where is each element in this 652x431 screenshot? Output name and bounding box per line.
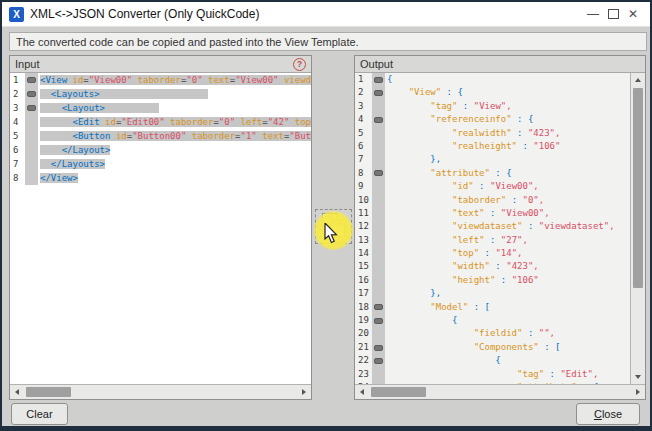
code-line[interactable]: 22 { (355, 354, 630, 367)
output-hscroll-thumb[interactable] (371, 387, 426, 397)
code-line[interactable]: 8</View> (10, 171, 311, 185)
line-number: 4 (355, 113, 372, 126)
code-text: "referenceinfo" : { (385, 113, 630, 126)
fold-margin (372, 368, 385, 381)
code-line[interactable]: 15 "width" : "423", (355, 260, 630, 273)
input-panel: Input ? 1<View id="View00" taborder="0" … (9, 55, 312, 400)
fold-margin (372, 113, 385, 126)
code-text: "width" : "423", (385, 260, 630, 273)
output-vertical-scrollbar[interactable] (630, 73, 645, 384)
output-vscroll-thumb[interactable] (633, 88, 643, 288)
window-controls: — ✕ (583, 4, 643, 24)
fold-marker-icon[interactable] (27, 105, 36, 111)
arrow-down-icon (635, 375, 641, 379)
code-line[interactable]: 1{ (355, 73, 630, 86)
fold-marker-icon[interactable] (374, 90, 383, 96)
line-number: 5 (10, 129, 25, 143)
scroll-up-button[interactable] (631, 73, 644, 87)
code-line[interactable]: 5 "realwidth" : "423", (355, 127, 630, 140)
code-text: "height" : "106" (385, 274, 630, 287)
code-line[interactable]: 4 "referenceinfo" : { (355, 113, 630, 126)
fold-marker-icon[interactable] (374, 77, 383, 83)
code-line[interactable]: 10 "taborder" : "0", (355, 194, 630, 207)
code-line[interactable]: 2 "View" : { (355, 86, 630, 99)
input-hscroll-thumb[interactable] (26, 387, 71, 397)
code-line[interactable]: 6 </Layout> (10, 143, 311, 157)
xml-json-converter-dialog: X XML<->JSON Converter (Only QuickCode) … (0, 0, 652, 431)
fold-marker-icon[interactable] (27, 77, 36, 83)
code-line[interactable]: 18 "Model" : [ (355, 301, 630, 314)
output-code-editor[interactable]: 1{2 "View" : {3 "tag" : "View",4 "refere… (355, 73, 630, 384)
code-line[interactable]: 7 </Layouts> (10, 157, 311, 171)
fold-margin (25, 87, 38, 101)
line-number: 18 (355, 301, 372, 314)
fold-marker-icon[interactable] (374, 318, 383, 324)
input-code-editor[interactable]: 1<View id="View00" taborder="0" text="Vi… (10, 73, 311, 384)
code-text: "top" : "14", (385, 247, 630, 260)
line-number: 23 (355, 368, 372, 381)
close-window-button[interactable]: ✕ (623, 4, 643, 24)
fold-margin (372, 260, 385, 273)
fold-margin (372, 207, 385, 220)
line-number: 9 (355, 180, 372, 193)
code-text: }, (385, 153, 630, 166)
scroll-left-button[interactable] (10, 385, 24, 399)
code-line[interactable]: 7 }, (355, 153, 630, 166)
help-icon[interactable]: ? (293, 58, 306, 71)
code-line[interactable]: 19 { (355, 314, 630, 327)
code-line[interactable]: 23 "tag" : "Edit", (355, 368, 630, 381)
code-line[interactable]: 5 <Button id="Button00" taborder="1" tex… (10, 129, 311, 143)
fold-marker-icon[interactable] (27, 91, 36, 97)
line-number: 20 (355, 327, 372, 340)
arrow-up-icon (635, 78, 641, 82)
fold-marker-icon[interactable] (374, 345, 383, 351)
code-text: "attribute" : { (385, 167, 630, 180)
code-line[interactable]: 4 <Edit id="Edit00" taborder="0" left="4… (10, 115, 311, 129)
code-line[interactable]: 8 "attribute" : { (355, 167, 630, 180)
output-panel-title: Output (360, 58, 393, 70)
scroll-down-button[interactable] (631, 370, 644, 384)
code-line[interactable]: 11 "text" : "View00", (355, 207, 630, 220)
code-text: <View id="View00" taborder="0" text="Vie… (38, 73, 311, 87)
code-line[interactable]: 9 "id" : "View00", (355, 180, 630, 193)
line-number: 2 (355, 86, 372, 99)
arrow-right-icon (636, 389, 640, 395)
code-line[interactable]: 3 "tag" : "View", (355, 100, 630, 113)
code-line[interactable]: 2 <Layouts> (10, 87, 311, 101)
line-number: 4 (10, 115, 25, 129)
line-number: 10 (355, 194, 372, 207)
code-text: </Layouts> (38, 157, 311, 171)
maximize-button[interactable] (603, 4, 623, 24)
code-line[interactable]: 17 }, (355, 287, 630, 300)
fold-margin (372, 100, 385, 113)
arrow-right-icon (302, 389, 306, 395)
fold-marker-icon[interactable] (374, 304, 383, 310)
code-line[interactable]: 21 "Components" : [ (355, 341, 630, 354)
clear-button[interactable]: Clear (11, 403, 68, 425)
close-button[interactable]: Close (576, 403, 640, 425)
fold-marker-icon[interactable] (374, 358, 383, 364)
code-line[interactable]: 6 "realheight" : "106" (355, 140, 630, 153)
title-bar: X XML<->JSON Converter (Only QuickCode) … (2, 2, 650, 27)
fold-marker-icon[interactable] (374, 170, 383, 176)
line-number: 2 (10, 87, 25, 101)
output-horizontal-scrollbar[interactable] (355, 384, 645, 399)
code-line[interactable]: 14 "top" : "14", (355, 247, 630, 260)
convert-button[interactable]: XML JSON (315, 209, 352, 244)
code-line[interactable]: 13 "left" : "27", (355, 234, 630, 247)
line-number: 12 (355, 220, 372, 233)
input-horizontal-scrollbar[interactable] (10, 384, 311, 399)
code-line[interactable]: 16 "height" : "106" (355, 274, 630, 287)
code-line[interactable]: 12 "viewdataset" : "viewdataset", (355, 220, 630, 233)
scroll-right-button[interactable] (631, 385, 645, 399)
fold-margin (372, 287, 385, 300)
code-line[interactable]: 3 <Layout> (10, 101, 311, 115)
output-panel-header: Output (355, 56, 645, 73)
code-line[interactable]: 20 "fieldid" : "", (355, 327, 630, 340)
scroll-left-button[interactable] (355, 385, 369, 399)
code-line[interactable]: 1<View id="View00" taborder="0" text="Vi… (10, 73, 311, 87)
minimize-button[interactable]: — (583, 4, 603, 24)
fold-marker-icon[interactable] (374, 117, 383, 123)
fold-margin (25, 73, 38, 87)
scroll-right-button[interactable] (297, 385, 311, 399)
